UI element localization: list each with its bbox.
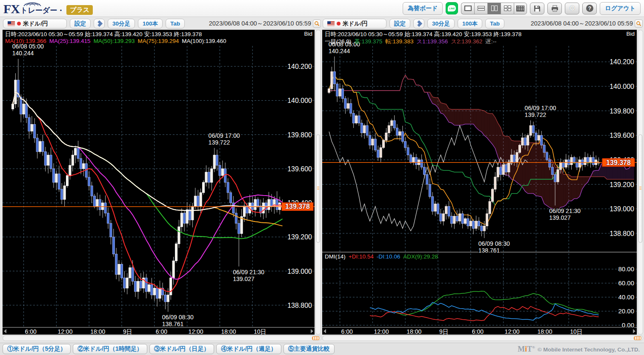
layout-single-icon [464, 6, 472, 11]
fx-board-button[interactable]: 為替ボード [403, 2, 443, 15]
scroll-grip-icon [317, 186, 319, 190]
draw-tool-button[interactable] [413, 19, 424, 28]
indicator-value: -DI:10.06 [377, 253, 401, 260]
top-header: FX トレーダー・ プラス 為替ボード LINE [0, 0, 644, 17]
timeframe-button[interactable]: 30分足 [108, 19, 135, 28]
layout-rows-button[interactable] [474, 3, 487, 14]
settings-button[interactable]: ⚙ [565, 3, 579, 14]
svg-text:12:00: 12:00 [189, 328, 203, 335]
left-chart-svg[interactable]: 140.200140.000139.800139.600139.400139.2… [3, 30, 315, 335]
svg-text:06/09 21:30: 06/09 21:30 [233, 269, 264, 275]
tab-button[interactable]: Tab [485, 19, 504, 28]
tab-button[interactable]: Tab [166, 19, 185, 28]
print-button[interactable] [547, 3, 562, 14]
date-range: 2023/06/08 04:00～2023/06/10 05:59 [531, 20, 643, 28]
indicator-value: MA(10):139.366 [5, 38, 46, 44]
draw-tool-button[interactable] [94, 19, 105, 28]
app-logo: FX トレーダー・ プラス [3, 1, 93, 15]
currency-pair-selector[interactable]: 米ドル/円 [3, 19, 67, 28]
svg-text:06/09 08:30: 06/09 08:30 [162, 314, 194, 321]
svg-text:06/09 08:30: 06/09 08:30 [478, 240, 510, 247]
svg-text:60.00: 60.00 [618, 279, 634, 287]
chart-tab-3[interactable]: ③米ドル/円（日足） [149, 344, 215, 354]
right-vertical-scrollbar[interactable] [638, 30, 643, 335]
candlestick-chart-left[interactable]: 日時:2023/06/10 05:30～05:59 始:139.374 高:13… [3, 30, 315, 335]
layout-button-group [461, 3, 527, 14]
layout-columns-icon [491, 6, 498, 11]
pair-label: 米ドル/円 [23, 20, 48, 28]
layout-gridmany-button[interactable] [514, 3, 527, 14]
currency-pair-selector[interactable]: 米ドル/円 [323, 19, 386, 28]
svg-text:06/09 21:30: 06/09 21:30 [549, 207, 581, 214]
right-chart-svg[interactable]: 140.200140.000139.800139.600139.400139.2… [322, 30, 637, 335]
layout-grid4-button[interactable] [501, 3, 514, 14]
ohlc-info-line: 日時:2023/06/10 05:30～05:59 始:139.374 高:13… [5, 31, 312, 38]
indicator-value: 転:139.383 [385, 38, 413, 45]
floppy-icon [534, 5, 541, 12]
indicator-value: ス2:139.362 [451, 38, 482, 45]
indicator-value: +DI:10.54 [349, 253, 374, 260]
timeframe-button[interactable]: 30分足 [427, 19, 455, 28]
zoom-search-button[interactable] [313, 20, 321, 28]
chart-tab-1[interactable]: ①米ドル/円（5分足） [3, 344, 71, 354]
settings-chart-button[interactable]: 設定 [389, 19, 410, 28]
svg-text:6:00: 6:00 [341, 328, 353, 335]
svg-text:18:00: 18:00 [406, 328, 421, 335]
svg-text:138.761: 138.761 [162, 321, 184, 327]
chart-tab-4[interactable]: ④米ドル/円（週足） [216, 344, 281, 354]
zoom-search-button[interactable] [635, 20, 643, 28]
save-button[interactable] [530, 3, 544, 14]
svg-text:18:00: 18:00 [537, 328, 552, 335]
svg-text:10日: 10日 [254, 328, 266, 335]
svg-text:140.000: 140.000 [287, 97, 312, 104]
right-horizontal-scrollbar[interactable] [322, 335, 643, 341]
indicator-value: MA(75):139.294 [137, 38, 179, 44]
layout-columns-button[interactable] [487, 3, 501, 14]
bar-count-button[interactable]: 100本 [138, 19, 163, 28]
svg-text:138.761: 138.761 [478, 247, 500, 254]
svg-text:18:00: 18:00 [90, 328, 105, 335]
svg-text:06/09 17:00: 06/09 17:00 [209, 132, 240, 139]
logout-button[interactable]: ログアウト [600, 2, 641, 15]
line-button[interactable]: LINE [446, 2, 458, 14]
chart-pane-right: 米ドル/円 設定 30分足 100本 Tab 2023/06/08 04:00～… [322, 18, 643, 341]
left-vertical-scrollbar[interactable] [315, 30, 321, 335]
svg-text:139.722: 139.722 [209, 139, 230, 146]
date-range: 2023/06/08 04:00～2023/06/10 05:59 [209, 20, 321, 28]
us-flag-icon [327, 21, 335, 26]
bar-count-button[interactable]: 100本 [458, 19, 482, 28]
dmi-indicator-line: DMI(14)+DI:10.54-DI:10.06ADX(9):29.28 [325, 253, 441, 260]
svg-text:139.000: 139.000 [610, 205, 634, 213]
date-range-text: 2023/06/08 04:00～2023/06/10 05:59 [209, 20, 311, 28]
help-button[interactable]: ? [582, 3, 597, 14]
chart-tab-2[interactable]: ②米ドル/円（1時間足） [73, 344, 147, 354]
left-pane-toolbar: 米ドル/円 設定 30分足 100本 Tab 2023/06/08 04:00～… [3, 18, 321, 29]
svg-text:139.027: 139.027 [549, 214, 571, 221]
chart-pane-left: 米ドル/円 設定 30分足 100本 Tab 2023/06/08 04:00～… [3, 18, 321, 341]
left-vscroll-thumb[interactable] [316, 134, 320, 243]
right-hscroll-handle[interactable] [634, 336, 641, 340]
indicator-value: 一目(26,9) [325, 38, 351, 45]
svg-text:6:00: 6:00 [25, 328, 37, 335]
indicator-value: MA(25):139.415 [49, 38, 91, 44]
line-icon: LINE [448, 5, 456, 11]
printer-icon [551, 5, 558, 12]
left-horizontal-scrollbar[interactable] [3, 335, 321, 341]
right-vscroll-thumb[interactable] [638, 134, 642, 243]
indicator-value: MA(100):139.460 [182, 38, 226, 44]
svg-text:140.200: 140.200 [610, 58, 634, 65]
left-hscroll-handle[interactable] [312, 336, 320, 340]
pair-label: 米ドル/円 [343, 20, 367, 28]
layout-single-button[interactable] [461, 3, 474, 14]
mit-logo: MiT® [518, 345, 535, 354]
chart-tabs: ①米ドル/円（5分足）②米ドル/円（1時間足）③米ドル/円（日足）④米ドル/円（… [3, 344, 335, 354]
top-toolbar: 為替ボード LINE [403, 2, 641, 15]
svg-text:0.00: 0.00 [622, 321, 634, 329]
ichimoku-chart-right[interactable]: 日時:2023/06/10 05:30～05:59 始:139.374 高:13… [322, 30, 637, 335]
globe-icon [23, 0, 42, 6]
settings-chart-button[interactable]: 設定 [70, 19, 91, 28]
layout-grid4-icon [504, 6, 511, 11]
indicator-value: 基:139.375 [354, 38, 382, 45]
japan-flag-icon [337, 22, 341, 26]
chart-tab-5[interactable]: ⑤主要通貨比較 [283, 344, 335, 354]
